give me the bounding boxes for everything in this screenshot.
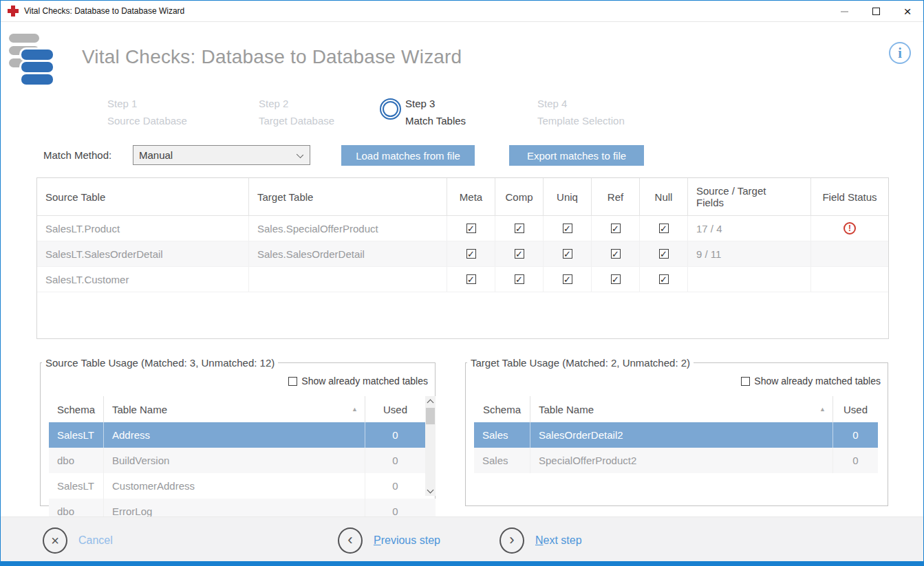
logo-bar-blue-icon <box>21 50 53 60</box>
ref-checkbox[interactable] <box>611 274 621 284</box>
meta-checkbox[interactable] <box>466 249 476 259</box>
match-table-header: Source Table Target Table Meta Comp Uniq… <box>37 178 888 216</box>
show-matched-toggle[interactable]: Show already matched tables <box>741 375 881 387</box>
comp-checkbox[interactable] <box>515 249 524 259</box>
previous-step-label: Previous step <box>374 534 440 547</box>
schema-cell: Sales <box>474 422 530 448</box>
usage-table-header: Schema Table Name ▲ Used <box>474 396 878 422</box>
page-title: Vital Checks: Database to Database Wizar… <box>82 46 462 68</box>
ref-checkbox[interactable] <box>611 224 621 233</box>
minimize-button[interactable] <box>828 1 860 22</box>
column-used[interactable]: Used <box>365 396 425 422</box>
comp-checkbox[interactable] <box>515 274 524 284</box>
logo-bar-blue-icon <box>21 62 53 72</box>
table-row[interactable]: SalesLT.SalesOrderDetail Sales.SalesOrde… <box>37 241 888 267</box>
step-number: Step 4 <box>537 95 625 112</box>
source-table-cell: SalesLT.SalesOrderDetail <box>37 241 249 266</box>
show-matched-checkbox[interactable] <box>288 377 297 386</box>
sort-ascending-icon: ▲ <box>819 406 826 413</box>
footer-bar: × Cancel ‹ Previous step › Next step <box>1 516 923 563</box>
minimize-icon <box>841 11 848 12</box>
logo-bar-blue-icon <box>21 74 53 85</box>
scroll-up-icon[interactable] <box>425 396 436 406</box>
export-matches-button[interactable]: Export matches to file <box>509 145 644 166</box>
used-cell: 0 <box>365 422 425 448</box>
column-source-target-fields: Source / Target Fields <box>688 178 811 216</box>
sort-ascending-icon: ▲ <box>352 406 358 413</box>
cancel-label: Cancel <box>78 534 113 547</box>
uniq-checkbox[interactable] <box>563 274 572 284</box>
current-step-ring-icon <box>380 98 401 120</box>
step-number: Step 2 <box>259 95 334 112</box>
table-name-cell: Address <box>104 422 365 448</box>
target-table-cell: Sales.SalesOrderDetail <box>249 241 447 266</box>
info-icon[interactable]: i <box>889 42 911 64</box>
column-schema[interactable]: Schema <box>474 396 530 422</box>
previous-step-button[interactable]: ‹ Previous step <box>338 527 440 554</box>
show-matched-toggle[interactable]: Show already matched tables <box>288 375 428 387</box>
list-item[interactable]: Sales SalesOrderDetail2 0 <box>474 422 878 448</box>
close-button[interactable]: × <box>892 1 923 22</box>
titlebar: Vital Checks: Database to Database Wizar… <box>1 1 923 22</box>
app-logo-cross-icon <box>8 6 19 17</box>
target-table-cell: Sales.SpecialOfferProduct <box>249 216 447 241</box>
column-ref: Ref <box>592 178 640 216</box>
list-item[interactable]: SalesLT Address 0 <box>49 422 436 448</box>
used-cell: 0 <box>365 473 425 499</box>
null-checkbox[interactable] <box>659 224 669 233</box>
column-used[interactable]: Used <box>833 396 878 422</box>
table-row[interactable]: SalesLT.Product Sales.SpecialOfferProduc… <box>37 216 888 241</box>
schema-cell: Sales <box>474 448 530 473</box>
match-method-value: Manual <box>139 149 173 161</box>
close-icon: × <box>903 5 911 18</box>
source-usage-table: Schema Table Name ▲ Used SalesLT Address… <box>49 396 436 516</box>
null-checkbox[interactable] <box>659 249 669 259</box>
scroll-down-icon[interactable] <box>425 486 436 496</box>
cancel-button[interactable]: × Cancel <box>43 527 113 554</box>
meta-checkbox[interactable] <box>466 224 476 233</box>
comp-checkbox[interactable] <box>515 224 524 233</box>
column-schema[interactable]: Schema <box>49 396 104 422</box>
logo-bar-gray-icon <box>9 34 39 43</box>
column-table-name[interactable]: Table Name ▲ <box>530 396 833 422</box>
meta-checkbox[interactable] <box>466 274 476 284</box>
fields-count-cell <box>688 267 811 292</box>
list-item[interactable]: dbo BuildVersion 0 <box>49 448 436 473</box>
chevron-down-icon <box>297 151 303 158</box>
column-uniq: Uniq <box>544 178 592 216</box>
field-status-error-icon[interactable]: ! <box>844 222 856 235</box>
source-usage-title: Source Table Usage (Matched: 3, Unmatche… <box>42 357 278 369</box>
table-row[interactable]: SalesLT.Customer ! <box>37 267 888 292</box>
step-label: Target Database <box>259 112 334 129</box>
schema-cell: dbo <box>49 448 104 473</box>
next-step-label: Next step <box>535 534 582 547</box>
source-table-usage-group: Source Table Usage (Matched: 3, Unmatche… <box>40 357 436 506</box>
target-usage-table: Schema Table Name ▲ Used Sales SalesOrde… <box>474 396 878 516</box>
accent-bottom-border <box>1 561 923 565</box>
column-comp: Comp <box>495 178 544 216</box>
table-name-cell: SalesOrderDetail2 <box>530 422 833 448</box>
null-checkbox[interactable] <box>659 274 669 284</box>
fields-count-cell: 9 / 11 <box>688 241 811 266</box>
table-name-cell: SpecialOfferProduct2 <box>530 448 833 473</box>
list-item[interactable]: SalesLT CustomerAddress 0 <box>49 473 436 499</box>
uniq-checkbox[interactable] <box>563 249 572 259</box>
scrollbar-thumb[interactable] <box>426 408 435 424</box>
table-name-cell: BuildVersion <box>104 448 365 473</box>
uniq-checkbox[interactable] <box>563 224 572 233</box>
show-matched-checkbox[interactable] <box>741 377 750 386</box>
match-method-select[interactable]: Manual <box>133 145 310 165</box>
vertical-scrollbar[interactable] <box>425 396 436 496</box>
target-table-usage-group: Target Table Usage (Matched: 2, Unmatche… <box>465 357 888 506</box>
cancel-circle-icon: × <box>43 527 67 554</box>
column-table-name[interactable]: Table Name ▲ <box>104 396 365 422</box>
column-target-table: Target Table <box>249 178 447 216</box>
next-step-button[interactable]: › Next step <box>499 527 582 554</box>
load-matches-button[interactable]: Load matches from file <box>341 145 475 166</box>
ref-checkbox[interactable] <box>611 249 621 259</box>
list-item[interactable]: dbo ErrorLog 0 <box>49 499 436 516</box>
list-item[interactable]: Sales SpecialOfferProduct2 0 <box>474 448 878 473</box>
step-3-match-tables: Step 3 Match Tables <box>405 95 466 129</box>
schema-cell: SalesLT <box>49 422 104 448</box>
maximize-button[interactable] <box>860 1 892 22</box>
